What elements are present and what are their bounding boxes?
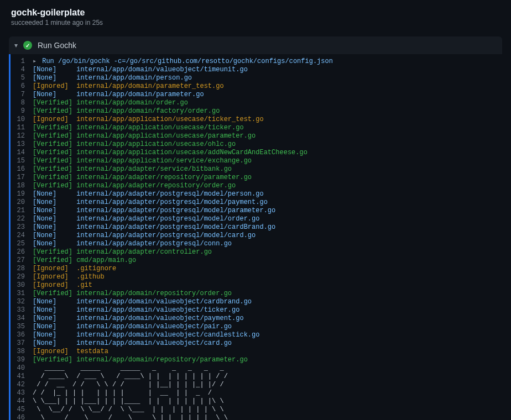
log-line: 7[None] internal/app/domain/parameter.go [11, 91, 502, 99]
log-line: 4[None] internal/app/domain/valueobject/… [11, 66, 502, 74]
log-line: 36[None] internal/app/domain/valueobject… [11, 331, 502, 339]
chevron-down-icon[interactable]: ▾ [14, 41, 18, 49]
step-header[interactable]: ▾ ✓ Run Gochk [9, 36, 502, 54]
log-line: 18[Verified] internal/app/adapter/reposi… [11, 182, 502, 190]
line-number: 21 [11, 207, 33, 215]
line-content: [None] internal/app/adapter/postgresql/m… [33, 190, 264, 198]
line-content: [None] internal/app/domain/parameter.go [33, 91, 204, 99]
line-number: 18 [11, 182, 33, 190]
check-icon: ✓ [23, 41, 32, 50]
log-line: 45 \ \__/ / \ \__/ / \ \___ | | | | | | … [11, 406, 502, 414]
line-content: [Verified] cmd/app/main.go [33, 256, 136, 265]
line-number: 20 [11, 198, 33, 207]
disclosure-triangle-icon[interactable]: ▸ [33, 57, 38, 66]
line-number: 10 [11, 116, 33, 124]
line-number: 7 [11, 91, 33, 99]
line-content: [None] internal/app/domain/valueobject/t… [33, 66, 248, 74]
line-content: [Ignored] .github [33, 273, 105, 281]
line-number: 34 [11, 314, 33, 323]
log-line: 37[None] internal/app/domain/valueobject… [11, 339, 502, 348]
line-number: 44 [11, 397, 33, 406]
line-number: 23 [11, 223, 33, 232]
log-line: 20[None] internal/app/adapter/postgresql… [11, 198, 502, 207]
line-number: 39 [11, 356, 33, 364]
line-content: [None] internal/app/domain/valueobject/p… [33, 323, 232, 331]
line-content: ▸ Run /go/bin/gochk -c=/go/src/github.co… [33, 57, 333, 66]
line-number: 22 [11, 215, 33, 223]
line-content: [None] internal/app/adapter/postgresql/m… [33, 215, 259, 223]
line-content: [Verified] internal/app/application/usec… [33, 124, 244, 132]
workflow-title: gochk-goilerplate [11, 8, 500, 18]
line-number: 36 [11, 331, 33, 339]
step-name: Run Gochk [38, 41, 76, 50]
line-number: 4 [11, 66, 33, 74]
line-number: 12 [11, 132, 33, 140]
line-content: [None] internal/app/domain/valueobject/p… [33, 314, 244, 323]
line-number: 14 [11, 149, 33, 157]
line-content: / / __ / / \ \ / / | |__| | | |_| |/ / [33, 381, 239, 389]
line-number: 37 [11, 339, 33, 348]
line-number: 13 [11, 140, 33, 149]
line-content: [Verified] internal/app/adapter/reposito… [33, 182, 236, 190]
line-content: [None] internal/app/domain/valueobject/c… [33, 331, 259, 339]
line-content: [None] internal/app/adapter/postgresql/m… [33, 223, 275, 232]
line-number: 38 [11, 348, 33, 356]
line-content: [Ignored] internal/app/application/useca… [33, 116, 264, 124]
line-content: _____ _____ _____ _ _ _ _ _ [33, 364, 239, 372]
line-number: 31 [11, 290, 33, 298]
log-line: 40 _____ _____ _____ _ _ _ _ _ [11, 364, 502, 372]
line-content: \_____/ \_____/ \_____\ |_| |_| |_| \_\ [33, 414, 236, 420]
line-content: [Verified] internal/app/adapter/controll… [33, 248, 212, 256]
line-number: 27 [11, 256, 33, 265]
log-line: 15[Verified] internal/app/application/se… [11, 157, 502, 165]
line-number: 16 [11, 165, 33, 174]
line-content: [Verified] internal/app/domain/order.go [33, 99, 188, 107]
log-line: 32[None] internal/app/domain/valueobject… [11, 298, 502, 306]
line-content: [None] internal/app/adapter/postgresql/m… [33, 232, 255, 240]
line-number: 9 [11, 107, 33, 116]
line-number: 42 [11, 381, 33, 389]
line-number: 26 [11, 248, 33, 256]
line-content: [Ignored] .git [33, 281, 92, 290]
log-line: 11[Verified] internal/app/application/us… [11, 124, 502, 132]
line-number: 45 [11, 406, 33, 414]
log-line: 41 / ____\ / ___ \ / ____\ | | | | | | |… [11, 372, 502, 381]
line-number: 32 [11, 298, 33, 306]
line-number: 33 [11, 306, 33, 314]
log-line: 8[Verified] internal/app/domain/order.go [11, 99, 502, 107]
line-number: 40 [11, 364, 33, 372]
log-line: 25[None] internal/app/adapter/postgresql… [11, 240, 502, 248]
line-number: 30 [11, 281, 33, 290]
line-number: 35 [11, 323, 33, 331]
line-content: [Verified] internal/app/domain/factory/o… [33, 107, 220, 116]
line-number: 28 [11, 265, 33, 273]
log-line: 14[Verified] internal/app/application/us… [11, 149, 502, 157]
line-number: 15 [11, 157, 33, 165]
line-content: [Verified] internal/app/application/usec… [33, 140, 236, 149]
line-number: 29 [11, 273, 33, 281]
line-number: 17 [11, 174, 33, 182]
log-line: 26[Verified] internal/app/adapter/contro… [11, 248, 502, 256]
line-number: 5 [11, 74, 33, 82]
log-line: 21[None] internal/app/adapter/postgresql… [11, 207, 502, 215]
log-line: 12[Verified] internal/app/application/us… [11, 132, 502, 140]
log-line: 23[None] internal/app/adapter/postgresql… [11, 223, 502, 232]
workflow-status: succeeded 1 minute ago in 25s [11, 19, 500, 27]
log-line: 13[Verified] internal/app/application/us… [11, 140, 502, 149]
line-number: 8 [11, 99, 33, 107]
log-line: 44\ \___| | | |___| | | |____ | | | | | … [11, 397, 502, 406]
log-line: 9[Verified] internal/app/domain/factory/… [11, 107, 502, 116]
log-line: 17[Verified] internal/app/adapter/reposi… [11, 174, 502, 182]
line-number: 11 [11, 124, 33, 132]
line-content: [None] internal/app/adapter/postgresql/m… [33, 207, 275, 215]
line-number: 24 [11, 232, 33, 240]
line-content: [Verified] internal/app/adapter/reposito… [33, 174, 252, 182]
line-content: [Verified] internal/app/domain/repositor… [33, 356, 248, 364]
line-content: [None] internal/app/domain/person.go [33, 74, 192, 82]
line-number: 1 [11, 57, 33, 66]
line-number: 25 [11, 240, 33, 248]
line-number: 46 [11, 414, 33, 420]
line-number: 6 [11, 82, 33, 91]
log-line: 6[Ignored] internal/app/domain/parameter… [11, 82, 502, 91]
log-line: 16[Verified] internal/app/adapter/servic… [11, 165, 502, 174]
